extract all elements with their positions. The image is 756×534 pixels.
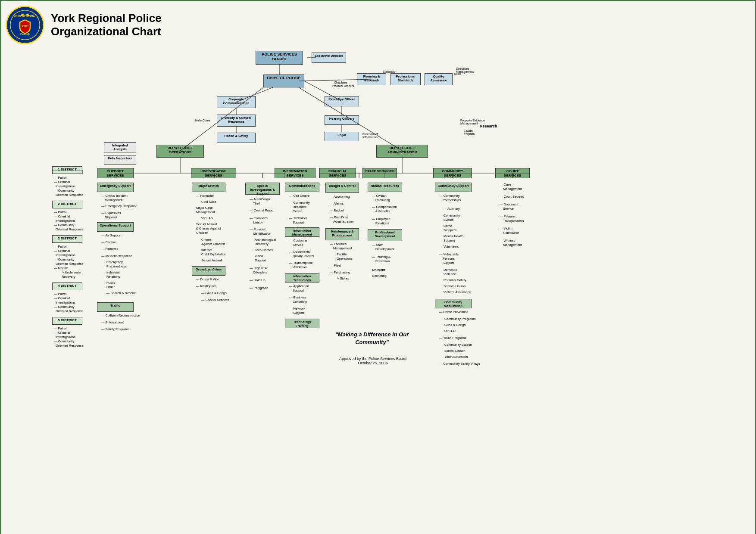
management3: Management bbox=[333, 246, 352, 250]
recovery2: Recovery bbox=[255, 242, 269, 246]
compensation-benefits: — Compensation bbox=[372, 205, 397, 209]
victim-notification: — Victim bbox=[500, 227, 512, 230]
incident-response: — Incident Response bbox=[101, 254, 132, 258]
community-programs: Community Programs bbox=[444, 317, 476, 321]
collision-recon: — Collision Reconstruction bbox=[101, 314, 140, 317]
explosives-disposal: — Explosives bbox=[101, 211, 121, 215]
emergency-response: — Emergency Response bbox=[101, 204, 137, 208]
audit-label: Audit bbox=[454, 72, 461, 75]
mental-health: Mental Health bbox=[444, 234, 463, 238]
hold-up: — Hold Up bbox=[250, 278, 266, 282]
cold-case: Cold Case bbox=[201, 200, 216, 204]
crime-stoppers: Crime bbox=[444, 224, 452, 228]
transcription: — Transcription/ bbox=[289, 261, 313, 265]
information-services-box: INFORMATION SERVICES bbox=[275, 168, 316, 178]
vulnerable-persons: — Vulnerable bbox=[439, 252, 459, 256]
d3-criminal: — Criminal bbox=[54, 249, 70, 253]
chief-of-police-box: CHIEF OF POLICE bbox=[263, 75, 304, 87]
volunteers: Volunteers bbox=[444, 245, 459, 248]
air-support: — Air Support bbox=[101, 233, 122, 237]
d2-community: — Community bbox=[54, 223, 75, 227]
special-investigations-box: Special Investigations & Support bbox=[245, 183, 280, 195]
investigative-services-box: INVESTIGATIVE SERVICES bbox=[191, 168, 236, 178]
capital-projects-label: CapitalProjects bbox=[464, 129, 475, 135]
emergency-support-box: Emergency Support bbox=[97, 183, 134, 192]
industrial-relations: Industrial bbox=[106, 270, 119, 274]
document-service: — Document bbox=[500, 202, 519, 206]
d5-oriented: Oriented Response bbox=[56, 344, 84, 348]
court-services-box: COURT SERVICES bbox=[495, 168, 530, 178]
archaeological: Archaeological bbox=[255, 238, 276, 242]
validation: Validation bbox=[293, 265, 306, 269]
transportation: Transportation bbox=[503, 219, 524, 223]
fleet: — Fleet bbox=[330, 264, 341, 267]
support3: Support bbox=[293, 220, 304, 224]
school-liaison: School Liaison bbox=[444, 349, 465, 353]
uniform-recruiting: Recruiting bbox=[372, 274, 387, 278]
community-liaison: Community Liaison bbox=[444, 343, 472, 347]
d3-investigations: Investigations bbox=[56, 253, 75, 257]
d3-patrol: — Patrol bbox=[54, 245, 66, 248]
page-title: York Regional Police Organizational Char… bbox=[51, 12, 162, 38]
svg-text:YRP: YRP bbox=[22, 24, 29, 28]
d3-underwater: └ Underwater bbox=[58, 270, 81, 274]
executive-director-box: Executive Director bbox=[312, 53, 346, 63]
firearms: — Firearms bbox=[101, 247, 118, 251]
district-3-box: 3 DISTRICT bbox=[52, 235, 82, 243]
canine: — Canine bbox=[101, 240, 116, 244]
sexual-assault2: Sexual Assault bbox=[201, 258, 222, 262]
youth-education: Youth Education bbox=[444, 355, 468, 359]
deputy-chief-admin-box: DEPUTY CHIEF ADMINISTRATION bbox=[376, 145, 428, 158]
relations2: Relations bbox=[375, 221, 389, 225]
major-crimes-box: Major Crimes bbox=[192, 183, 225, 192]
continuity: Continuity bbox=[293, 300, 307, 304]
budget-control-box: Budget & Control bbox=[325, 183, 359, 193]
d4-oriented: Oriented Response bbox=[56, 309, 84, 313]
children: Children bbox=[196, 231, 208, 235]
personal-safety: Personal Safety bbox=[444, 278, 466, 282]
planning-research-box: Planning & Research bbox=[357, 73, 386, 85]
order: Order bbox=[106, 285, 115, 289]
crimes-against-children2: Crimes bbox=[201, 238, 212, 242]
approved-text: Approved by the Police Services BoardOct… bbox=[334, 357, 412, 365]
disposal: Disposal bbox=[105, 215, 117, 219]
special-services: — Special Services bbox=[201, 298, 229, 302]
d1-criminal: — Criminal bbox=[54, 180, 70, 184]
liaison: Liaison bbox=[253, 220, 263, 224]
court-security: — Court Security bbox=[500, 195, 524, 199]
prisoner-transport: — Prisoner bbox=[500, 214, 516, 218]
org-chart-lines: .org-line { stroke: #333; stroke-width: … bbox=[6, 47, 756, 534]
chaplains-label: Chaplains bbox=[334, 81, 347, 84]
support6: Support bbox=[444, 239, 455, 242]
education: Education bbox=[375, 259, 390, 263]
hearing-officers-box: Hearing Officers bbox=[325, 115, 359, 125]
high-risk: — High Risk bbox=[250, 266, 268, 270]
uniform-label: Uniform bbox=[372, 268, 385, 272]
documents-quality: — Documents/ bbox=[289, 250, 311, 254]
human-resources-box: Human Resources bbox=[368, 183, 402, 192]
major-case-mgmt: Major Case bbox=[196, 206, 212, 210]
stores: └ Stores bbox=[337, 276, 349, 280]
tech-crimes: Tech Crimes bbox=[255, 248, 273, 252]
call-centre: — Call Centre bbox=[289, 194, 309, 198]
d4-patrol: — Patrol bbox=[54, 292, 66, 296]
development: Development bbox=[375, 247, 394, 251]
d1-patrol: — Patrol bbox=[54, 176, 66, 180]
guns-gangs2: Guns & Gangs bbox=[444, 323, 465, 327]
facility-ops: Facility bbox=[337, 252, 347, 256]
org-chart: POLICE SERVICES BOARD Executive Director… bbox=[6, 47, 750, 533]
network-support: — Network bbox=[289, 307, 305, 310]
quote-text: "Making a Difference in Our Community" bbox=[329, 331, 415, 346]
support4: Support bbox=[293, 289, 304, 292]
d2-oriented: Oriented Response bbox=[56, 227, 84, 231]
civilian-recruiting: — Civilian bbox=[372, 194, 387, 198]
executive-officer-box: Executive Officer bbox=[325, 96, 359, 106]
diversity-box: Diversity & Cultural Resources bbox=[217, 115, 256, 127]
guns-gangs: — Guns & Gangs bbox=[201, 291, 227, 295]
financial-services-box: FINANCIAL SERVICES bbox=[319, 168, 356, 178]
d2-investigations: Investigations bbox=[56, 219, 75, 223]
safety-programs: — Safety Programs bbox=[101, 327, 129, 331]
public-order: Public bbox=[106, 281, 115, 285]
corporate-comm-box: Corporate Communications bbox=[217, 96, 256, 108]
management4: Management bbox=[503, 187, 522, 191]
